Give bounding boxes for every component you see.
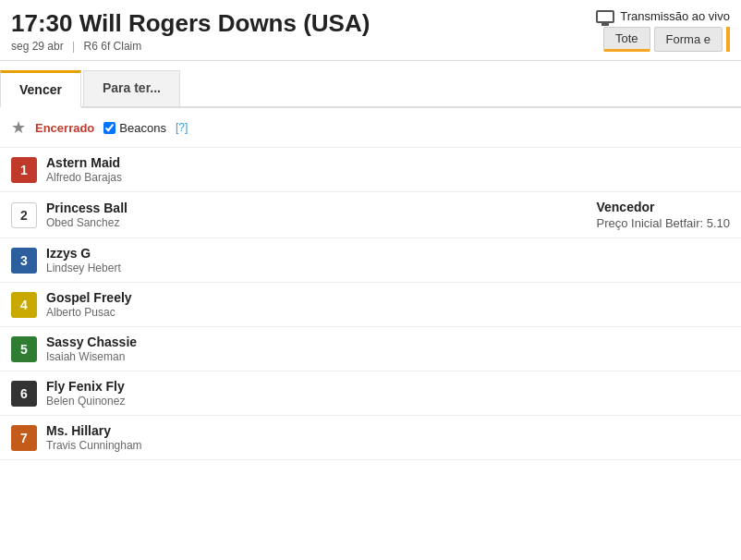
winner-price: Preço Inicial Betfair: 5.10 xyxy=(596,216,730,230)
horse-row[interactable]: 1Astern MaidAlfredo Barajas xyxy=(0,148,741,192)
jockey-name: Lindsey Hebert xyxy=(46,262,730,274)
horse-row[interactable]: 7Ms. HillaryTravis Cunningham xyxy=(0,416,741,460)
race-info: R6 6f Claim xyxy=(84,40,142,53)
forma-button[interactable]: Forma e xyxy=(654,27,723,52)
horse-name: Sassy Chassie xyxy=(46,335,730,349)
tab-para-ter[interactable]: Para ter... xyxy=(83,70,180,106)
tv-icon xyxy=(596,10,614,23)
horse-name: Astern Maid xyxy=(46,155,730,170)
winner-label: Vencedor xyxy=(596,200,730,214)
winner-info: VencedorPreço Inicial Betfair: 5.10 xyxy=(596,200,730,230)
separator: | xyxy=(72,40,75,53)
horse-number-badge: 7 xyxy=(11,425,37,451)
jockey-name: Travis Cunningham xyxy=(46,439,730,452)
horse-name: Ms. Hillary xyxy=(46,423,730,438)
header-right: Transmissão ao vivo Tote Forma e xyxy=(596,9,730,52)
race-subtitle: seg 29 abr | R6 6f Claim xyxy=(11,40,370,53)
horse-info: Sassy ChassieIsaiah Wiseman xyxy=(46,335,730,363)
status-badge: Encerrado xyxy=(35,121,94,135)
accent-bar xyxy=(726,27,730,52)
horse-info: Ms. HillaryTravis Cunningham xyxy=(46,423,730,452)
star-icon[interactable]: ★ xyxy=(11,117,26,138)
horse-number-badge: 4 xyxy=(11,292,37,318)
horse-list: 1Astern MaidAlfredo Barajas2Princess Bal… xyxy=(0,148,741,460)
live-label: Transmissão ao vivo xyxy=(620,9,730,23)
jockey-name: Isaiah Wiseman xyxy=(46,350,730,363)
toolbar: ★ Encerrado Beacons [?] xyxy=(0,108,741,148)
race-title: 17:30 Will Rogers Downs (USA) xyxy=(11,9,370,38)
race-header: 17:30 Will Rogers Downs (USA) seg 29 abr… xyxy=(0,0,741,61)
horse-info: Astern MaidAlfredo Barajas xyxy=(46,155,730,184)
tab-bar: Vencer Para ter... xyxy=(0,70,741,108)
horse-number-badge: 1 xyxy=(11,157,37,183)
beacons-checkbox-area: Beacons xyxy=(103,121,166,135)
horse-number-badge: 6 xyxy=(11,381,37,407)
horse-info: Fly Fenix FlyBelen Quinonez xyxy=(46,379,730,408)
tote-button[interactable]: Tote xyxy=(603,27,650,52)
horse-info: Gospel FreelyAlberto Pusac xyxy=(46,290,730,319)
jockey-name: Obed Sanchez xyxy=(46,216,577,229)
jockey-name: Alberto Pusac xyxy=(46,306,730,319)
horse-info: Princess BallObed Sanchez xyxy=(46,201,577,229)
jockey-name: Alfredo Barajas xyxy=(46,171,730,184)
horse-info: Izzys GLindsey Hebert xyxy=(46,246,730,274)
horse-row[interactable]: 5Sassy ChassieIsaiah Wiseman xyxy=(0,327,741,371)
help-link[interactable]: [?] xyxy=(176,121,188,134)
horse-name: Princess Ball xyxy=(46,201,577,215)
race-date: seg 29 abr xyxy=(11,40,64,53)
horse-row[interactable]: 4Gospel FreelyAlberto Pusac xyxy=(0,283,741,327)
jockey-name: Belen Quinonez xyxy=(46,395,730,408)
horse-name: Gospel Freely xyxy=(46,290,730,305)
horse-number-badge: 5 xyxy=(11,336,37,362)
horse-name: Fly Fenix Fly xyxy=(46,379,730,394)
button-row: Tote Forma e xyxy=(603,27,730,52)
horse-row[interactable]: 3Izzys GLindsey Hebert xyxy=(0,238,741,283)
horse-name: Izzys G xyxy=(46,246,730,261)
live-row: Transmissão ao vivo xyxy=(596,9,730,23)
horse-number-badge: 3 xyxy=(11,248,37,274)
horse-number-badge: 2 xyxy=(11,202,37,228)
horse-row[interactable]: 6Fly Fenix FlyBelen Quinonez xyxy=(0,371,741,416)
beacons-checkbox[interactable] xyxy=(103,122,115,134)
beacons-label: Beacons xyxy=(119,121,166,135)
horse-row[interactable]: 2Princess BallObed SanchezVencedorPreço … xyxy=(0,192,741,238)
tab-vencer[interactable]: Vencer xyxy=(0,70,81,108)
